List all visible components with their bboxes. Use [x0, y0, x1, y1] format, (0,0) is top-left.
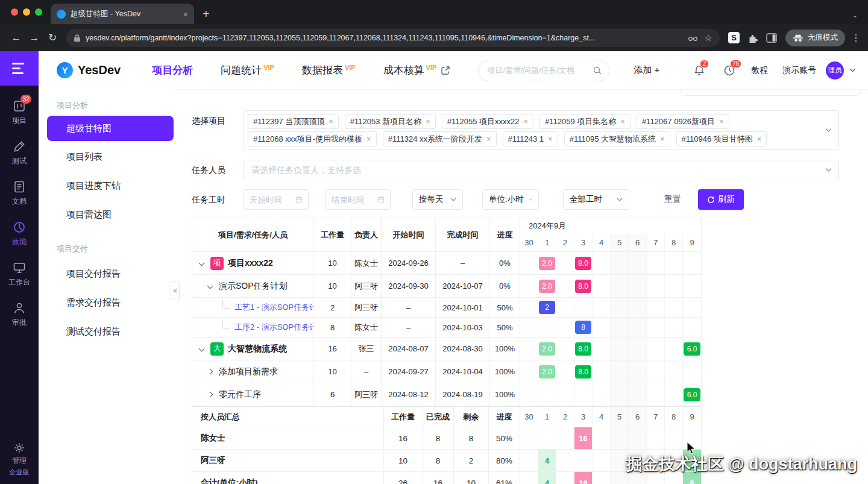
tag-remove-icon[interactable]: × [719, 118, 724, 125]
back-button[interactable]: ← [7, 29, 25, 47]
project-tag[interactable]: #112053 新项目名称× [345, 114, 436, 129]
start-date-picker[interactable] [244, 189, 309, 210]
browser-tab[interactable]: 超级甘特图 - YesDev × [51, 4, 194, 24]
gantt-bar[interactable]: 8.0 [575, 257, 591, 270]
end-date-input[interactable] [332, 195, 374, 204]
unit-select[interactable]: 单位:小时 [482, 189, 539, 210]
tag-remove-icon[interactable]: × [548, 135, 553, 143]
avatar[interactable]: 理员 [826, 61, 844, 80]
granularity-select[interactable]: 按每天 [412, 189, 463, 210]
tab-list-chevron-icon[interactable]: ⌄ [852, 11, 858, 19]
task-name-link[interactable]: 工序2 - 演示SOP任务计划 [234, 322, 313, 333]
sidebar-collapse-button[interactable]: « [171, 281, 180, 300]
hamburger-menu-button[interactable] [0, 51, 39, 86]
gantt-bar[interactable]: 8.0 [575, 280, 591, 293]
expand-chevron-icon[interactable] [207, 369, 213, 375]
task-name-link[interactable]: 项目xxxx22 [228, 258, 273, 269]
gantt-bar[interactable]: 2.0 [539, 257, 555, 270]
project-tag[interactable]: #110946 项目甘特图× [676, 131, 767, 146]
rail-item-project[interactable]: 32 项目 [12, 99, 27, 126]
gantt-bar[interactable]: 8 [575, 321, 591, 334]
new-tab-button[interactable]: + [203, 8, 210, 20]
project-tag[interactable]: #112397 当顶顶顶顶× [248, 114, 339, 129]
refresh-button[interactable]: 刷新 [698, 189, 744, 210]
nav-item-project-analysis[interactable]: 项目分析 [152, 63, 193, 77]
task-name-link[interactable]: 添加项目新需求 [219, 366, 278, 377]
browser-menu-icon[interactable]: ⋮ [851, 32, 861, 43]
sidebar-item-test-delivery-report[interactable]: 测试交付报告 [39, 317, 175, 346]
search-icon[interactable] [593, 66, 602, 75]
reset-button[interactable]: 重置 [664, 194, 681, 205]
assignee-input[interactable] [251, 165, 818, 175]
glasses-icon[interactable] [688, 34, 698, 42]
history-button[interactable]: 76 [723, 64, 735, 77]
sidebar-item-radar-chart[interactable]: 项目雷达图 [39, 200, 175, 229]
scope-select[interactable]: 全部工时 [563, 189, 629, 210]
close-window-button[interactable] [11, 8, 18, 16]
notifications-button[interactable]: 2 [693, 64, 705, 77]
minimize-window-button[interactable] [23, 8, 30, 16]
chevron-down-icon[interactable] [825, 168, 832, 172]
rail-item-approval[interactable]: 审批 [12, 301, 27, 328]
expand-chevron-icon[interactable] [199, 346, 205, 352]
chevron-down-icon[interactable] [825, 128, 832, 133]
sidebar-item-progress-drilldown[interactable]: 项目进度下钻 [39, 171, 175, 200]
task-name-link[interactable]: 零元件工序 [219, 389, 261, 400]
project-tag[interactable]: #112067 0926新项目× [637, 114, 729, 129]
tag-remove-icon[interactable]: × [757, 135, 762, 143]
account-label[interactable]: 演示账号 [782, 65, 816, 76]
extensions-puzzle-icon[interactable] [747, 33, 758, 43]
sidebar-item-project-list[interactable]: 项目列表 [39, 142, 175, 171]
add-button[interactable]: 添加 + [634, 64, 659, 76]
nav-item-data-reports[interactable]: 数据报表 VIP [302, 63, 356, 77]
task-name-link[interactable]: 大智慧物流系统 [228, 344, 287, 354]
sidebar-item-project-delivery-report[interactable]: 项目交付报告 [39, 259, 175, 288]
search-input[interactable] [478, 60, 609, 81]
bookmark-star-icon[interactable]: ☆ [705, 33, 712, 42]
project-tag[interactable]: #111095 大智慧物流系统× [564, 131, 670, 146]
reload-button[interactable]: ↻ [43, 29, 61, 47]
start-date-input[interactable] [250, 195, 292, 204]
task-name-link[interactable]: 工艺1 - 演示SOP任务计划 [234, 302, 313, 313]
gantt-bar[interactable]: 6.0 [684, 388, 700, 401]
gantt-bar[interactable]: 2 [539, 301, 555, 314]
gantt-bar[interactable]: 2.0 [539, 365, 555, 379]
s-extension-icon[interactable]: S [728, 32, 740, 43]
tag-remove-icon[interactable]: × [329, 118, 333, 125]
forward-button[interactable]: → [25, 29, 43, 47]
maximize-window-button[interactable] [35, 8, 42, 16]
rail-item-docs[interactable]: 文档 [12, 180, 27, 207]
end-date-picker[interactable] [326, 189, 391, 210]
expand-chevron-icon[interactable] [199, 260, 205, 266]
nav-item-cost-accounting[interactable]: 成本核算 VIP [383, 63, 451, 77]
gantt-bar[interactable]: 6.0 [684, 342, 700, 356]
assignee-select[interactable] [244, 160, 839, 180]
project-tag[interactable]: #112059 项目集名称× [539, 114, 631, 129]
project-tag[interactable]: #111324 xx系统一阶段开发× [383, 131, 497, 146]
address-bar[interactable]: yesdev.cn/platform/gantt/index?projects=… [66, 29, 720, 47]
sidebar-item-requirement-delivery-report[interactable]: 需求交付报告 [39, 288, 175, 317]
tag-remove-icon[interactable]: × [486, 135, 491, 143]
rail-item-admin[interactable]: 管理 企业版 [10, 442, 30, 477]
rail-item-workbench[interactable]: 工作台 [8, 261, 30, 288]
tag-remove-icon[interactable]: × [523, 118, 528, 125]
gantt-bar[interactable]: 2.0 [539, 280, 555, 293]
gantt-bar[interactable]: 8.0 [575, 365, 591, 379]
sidebar-item-super-gantt[interactable]: 超级甘特图 [47, 116, 174, 141]
account-chevron-down-icon[interactable] [849, 68, 856, 72]
brand-logo[interactable]: Y YesDev [57, 62, 121, 78]
tab-close-icon[interactable]: × [183, 10, 188, 19]
rail-item-performance[interactable]: 效能 [12, 221, 27, 247]
side-panel-icon[interactable] [766, 33, 777, 43]
expand-chevron-icon[interactable] [207, 392, 213, 398]
tag-remove-icon[interactable]: × [660, 135, 665, 143]
project-tag[interactable]: #112055 项目xxxx22× [442, 114, 533, 129]
nav-item-issue-stats[interactable]: 问题统计 VIP [221, 63, 274, 77]
tag-remove-icon[interactable]: × [426, 118, 430, 125]
tag-remove-icon[interactable]: × [620, 118, 625, 125]
project-multiselect[interactable]: #112397 当顶顶顶顶×#112053 新项目名称×#112055 项目xx… [244, 110, 839, 150]
tutorial-link[interactable]: 教程 [751, 65, 768, 76]
gantt-bar[interactable]: 8.0 [575, 342, 591, 356]
task-name-link[interactable]: 演示SOP任务计划 [219, 281, 288, 292]
expand-chevron-icon[interactable] [207, 283, 213, 289]
